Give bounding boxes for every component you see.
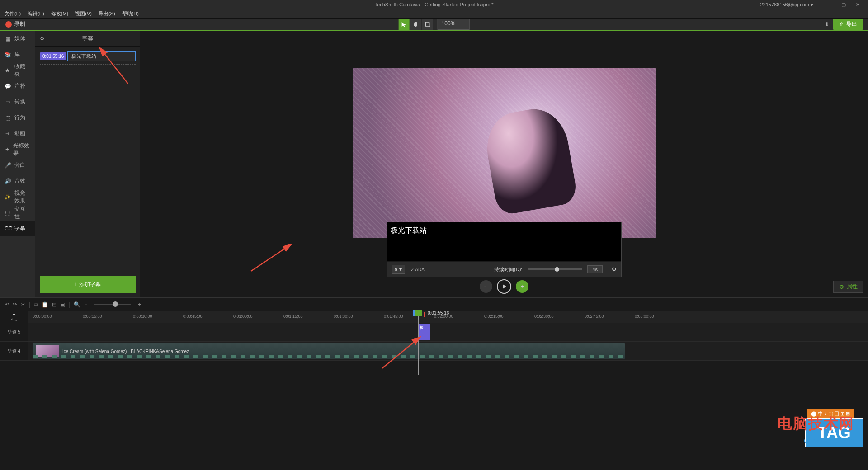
record-button[interactable]: 录制 (0, 20, 31, 28)
sidebar-label: 旁白 (14, 161, 25, 169)
interact-icon: ⬚ (5, 210, 11, 216)
sidebar-label: 注释 (14, 82, 25, 90)
caption-editor: 极光下载站 a ▾ ✓ ADA 持续时间(D): 4s ⚙ (387, 222, 622, 277)
duration-label: 持续时间(D): (494, 266, 522, 273)
zoom-out-icon[interactable]: − (84, 301, 87, 308)
tool-icon[interactable]: ▣ (60, 301, 65, 308)
menu-edit[interactable]: 编辑(E) (28, 10, 44, 17)
duration-value[interactable]: 4s (587, 265, 603, 273)
sidebar-item-interactivity[interactable]: ⬚交互性 (0, 205, 35, 221)
menu-file[interactable]: 文件(F) (5, 10, 21, 17)
sidebar-item-captions[interactable]: CC字幕 (0, 221, 35, 236)
sidebar-item-behaviors[interactable]: ⬚行为 (0, 110, 35, 126)
minimize-button[interactable]: ─ (827, 2, 832, 7)
close-button[interactable]: ✕ (856, 2, 861, 7)
account-label[interactable]: 2215788156@qq.com ▾ (760, 2, 813, 8)
sidebar-item-media[interactable]: ▦媒体 (0, 31, 35, 47)
ruler-tick: 0:01:45;00 (384, 314, 403, 319)
track-controls: + ⌃⌄ (0, 311, 28, 323)
gear-icon[interactable]: ⚙ (612, 266, 617, 273)
maximize-button[interactable]: ▢ (841, 2, 847, 7)
prev-button[interactable]: ← (480, 280, 492, 293)
add-caption-button[interactable]: + 添加字幕 (40, 276, 136, 293)
track-content[interactable]: 极... (28, 323, 868, 341)
track-4: 轨道 4 Ice Cream (with Selena Gomez) - BLA… (0, 342, 868, 361)
track-content[interactable]: Ice Cream (with Selena Gomez) - BLACKPIN… (28, 342, 868, 360)
undo-icon[interactable]: ↶ (5, 301, 9, 308)
ruler-tick: 0:02:15;00 (484, 314, 504, 319)
properties-button[interactable]: ⚙ 属性 (833, 281, 863, 293)
playhead[interactable]: 0:01:55;16 (418, 311, 419, 375)
menu-help[interactable]: 帮助(H) (122, 10, 139, 17)
media-icon: ▦ (5, 36, 11, 42)
caption-entry[interactable]: 0:01:55;16 极光下载站 (40, 51, 136, 61)
search-icon[interactable]: 🔍 (74, 301, 80, 308)
track-label[interactable]: 轨道 4 (0, 342, 28, 360)
menu-view[interactable]: 视图(V) (75, 10, 92, 17)
play-button[interactable] (497, 279, 511, 294)
behavior-icon: ⬚ (5, 115, 11, 121)
export-button[interactable]: ⇧ 导出 (833, 19, 863, 30)
duration-slider[interactable] (528, 268, 582, 270)
pan-tool[interactable] (410, 19, 421, 30)
sidebar-item-transitions[interactable]: ▭转换 (0, 94, 35, 110)
sidebar-item-favorites[interactable]: ★收藏夹 (0, 62, 35, 78)
ruler-tick: 0:01:30;00 (334, 314, 353, 319)
menu-export[interactable]: 导出(S) (99, 10, 115, 17)
paste-icon[interactable]: 📋 (42, 301, 48, 308)
copy-icon[interactable]: ⧉ (34, 301, 38, 308)
record-icon (5, 21, 12, 28)
menu-modify[interactable]: 修改(M) (51, 10, 69, 17)
playback-controls: ← + (480, 279, 528, 294)
cut-icon[interactable]: ✂ (21, 301, 25, 308)
sidebar-item-narration[interactable]: 🎤旁白 (0, 157, 35, 173)
ruler-tick: 0:00:45;00 (183, 314, 203, 319)
visual-icon: ✨ (5, 194, 11, 200)
sidebar-item-animations[interactable]: ➔动画 (0, 126, 35, 141)
speaker-icon: 🔊 (5, 178, 11, 184)
add-track-icon[interactable]: + (13, 312, 15, 317)
ada-check[interactable]: ✓ ADA (410, 267, 425, 272)
video-preview[interactable] (353, 68, 656, 238)
zoom-in-icon[interactable]: + (138, 301, 141, 308)
sidebar-item-visual-effects[interactable]: ✨视觉效果 (0, 189, 35, 205)
add-button[interactable]: + (516, 280, 528, 293)
zoom-slider[interactable] (94, 304, 131, 305)
sidebar-label: 视觉效果 (14, 189, 30, 205)
caption-text[interactable]: 极光下载站 (67, 51, 136, 61)
ruler-tick: 0:01:15;00 (283, 314, 303, 319)
watermark-text: 电脑技术网 (778, 414, 854, 434)
zoom-select[interactable]: 100% (438, 19, 470, 30)
titlebar: TechSmith Camtasia - Getting-Started-Pro… (0, 0, 868, 9)
sidebar-item-audio-effects[interactable]: 🔊音效 (0, 173, 35, 189)
zoom-value: 100% (442, 20, 456, 27)
collapse-icon[interactable]: ⌃⌄ (10, 318, 18, 322)
timeline-ruler[interactable]: 0:00:00;00 0:00:15;00 0:00:30;00 0:00:45… (28, 311, 868, 323)
sidebar-label: 媒体 (14, 35, 25, 42)
divider (40, 64, 136, 65)
download-icon[interactable]: ⬇ (825, 21, 829, 28)
crop-tool[interactable] (422, 19, 433, 30)
caption-textarea[interactable]: 极光下载站 (387, 222, 621, 261)
split-icon[interactable]: ⊟ (52, 301, 57, 308)
sidebar-label: 音效 (14, 177, 25, 185)
video-clip[interactable]: Ice Cream (with Selena Gomez) - BLACKPIN… (33, 343, 625, 359)
ruler-tick: 0:02:30;00 (534, 314, 554, 319)
sidebar-item-annotations[interactable]: 💬注释 (0, 78, 35, 94)
sidebar-item-cursor-effects[interactable]: ✦光标效果 (0, 141, 35, 157)
sidebar-item-library[interactable]: 📚库 (0, 47, 35, 62)
gear-icon[interactable]: ⚙ (40, 35, 45, 42)
preview-frame (353, 68, 656, 238)
sidebar-label: 字幕 (14, 225, 25, 232)
sidebar-label: 行为 (14, 114, 25, 122)
end-marker[interactable] (424, 312, 425, 317)
track-label[interactable]: 轨道 5 (0, 323, 28, 341)
panel-title: 字幕 (82, 35, 93, 42)
caption-clip[interactable]: 极... (418, 324, 430, 340)
redo-icon[interactable]: ↷ (13, 301, 17, 308)
sidebar-label: 动画 (14, 130, 25, 137)
track-5: 轨道 5 极... (0, 323, 868, 342)
cursor-tool[interactable] (399, 19, 410, 30)
record-label: 录制 (14, 20, 25, 28)
font-button[interactable]: a ▾ (392, 265, 405, 274)
